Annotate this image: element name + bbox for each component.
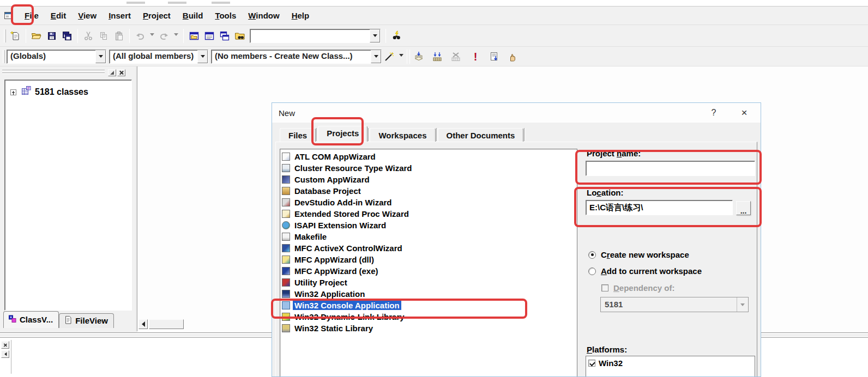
build-icon[interactable] [430,49,445,64]
project-type-mfc-appwizard-dll[interactable]: MFC AppWizard (dll) [280,254,577,265]
menu-project[interactable]: Project [137,7,177,25]
project-type-win32-dynamic-link-library[interactable]: Win32 Dynamic-Link Library [280,311,577,323]
class-combobox[interactable]: (Globals) [7,50,106,64]
project-name-input[interactable] [586,161,755,176]
new-text-file-icon[interactable] [8,28,23,44]
copy-icon[interactable] [96,28,111,44]
project-type-atl-com-appwizard[interactable]: ATL COM AppWizard [280,151,577,162]
dialog-tab-other-documents[interactable]: Other Documents [438,128,524,142]
insert-remove-breakpoint-icon[interactable] [505,49,520,64]
project-type-mfc-appwizard-exe[interactable]: MFC AppWizard (exe) [280,265,577,277]
panel-dock-toggle-button[interactable] [108,69,116,76]
hscroll-left-button[interactable] [138,319,148,329]
checkbox-on-icon[interactable] [588,360,595,367]
dialog-tab-projects[interactable]: Projects [318,126,367,142]
workspace-window-icon[interactable] [186,28,202,44]
dependency-checkbox[interactable]: Dependency of: [601,283,675,293]
dialog-help-button[interactable]: ? [702,103,726,123]
project-name-label: Project name: [587,149,641,158]
members-combobox-dropdown[interactable] [197,50,208,63]
project-type-label: Win32 Static Library [293,324,375,333]
function-combobox-dropdown[interactable] [371,50,381,63]
menu-build[interactable]: Build [177,7,209,25]
menu-edit[interactable]: Edit [45,7,72,25]
tab-classview[interactable]: ClassV... [3,311,59,328]
go-icon[interactable] [486,49,502,64]
project-type-win32-static-library[interactable]: Win32 Static Library [280,323,577,334]
tab-fileview[interactable]: FileView [59,313,114,328]
undo-dropdown-icon[interactable] [150,33,154,38]
tree-expander-plus-icon[interactable] [10,89,16,95]
output-collapse-button[interactable] [1,350,9,358]
hscroll-thumb[interactable] [149,319,184,329]
document-system-icon[interactable] [3,10,14,21]
dialog-tab-files[interactable]: Files [280,128,316,142]
project-type-makefile[interactable]: Makefile [280,231,577,242]
dialog-titlebar[interactable]: New [272,103,761,123]
project-type-extended-stored-proc-wizard[interactable]: Extended Stored Proc Wizard [280,208,577,220]
dialog-close-button[interactable]: × [732,103,756,123]
compile-icon[interactable] [411,49,426,64]
menu-window[interactable]: Window [242,7,285,25]
find-combobox[interactable] [250,29,381,43]
project-type-devstudio-add-in-wizard[interactable]: DevStudio Add-in Wizard [280,197,577,208]
project-type-label: Makefile [293,232,328,241]
project-type-isapi-extension-wizard[interactable]: ISAPI Extension Wizard [280,220,577,231]
output-close-button[interactable] [1,341,9,349]
browse-button[interactable]: ... [736,201,751,215]
project-type-win32-application[interactable]: Win32 Application [280,288,577,300]
menu-file[interactable]: File [19,7,45,25]
project-type-utility-project[interactable]: Utility Project [280,277,577,288]
execute-glyph: ! [474,51,478,62]
platform-win32[interactable]: Win32 [586,356,755,368]
menu-view[interactable]: View [72,7,103,25]
panel-gripper[interactable] [2,70,105,75]
project-type-win32-console-application[interactable]: Win32 Console Application [280,300,577,311]
tree-node-classes-root[interactable]: 5181 classes [10,86,131,99]
platforms-label: Platforms: [587,345,627,354]
search-icon[interactable] [389,28,404,44]
function-combobox[interactable]: (No members - Create New Class...) [211,50,382,64]
members-combobox[interactable]: (All global members) [109,50,208,64]
radio-create-new-workspace[interactable]: Create new workspace [588,250,689,259]
location-input[interactable] [586,200,733,215]
menu-help[interactable]: Help [286,7,316,25]
menu-insert[interactable]: Insert [103,7,137,25]
window-list-icon[interactable] [217,28,232,44]
project-type-mfc-activex-controlwizard[interactable]: MFC ActiveX ControlWizard [280,242,577,254]
save-icon[interactable] [44,28,59,44]
paste-icon[interactable] [111,28,126,44]
execute-program-icon[interactable]: ! [468,49,483,64]
wizard-actions-dropdown-icon[interactable] [399,54,403,59]
radio-add-to-current-workspace[interactable]: Add to current workspace [588,266,702,276]
output-window-icon[interactable] [202,28,217,44]
undo-icon[interactable] [132,28,148,44]
wizard-actions-icon[interactable] [382,49,397,64]
output-gripper[interactable] [11,340,13,374]
menu-tools[interactable]: Tools [209,7,242,25]
win32console-icon [282,301,290,309]
redo-icon[interactable] [156,28,172,44]
menu-bar: FileEditViewInsertProjectBuildToolsWindo… [0,7,868,25]
project-type-cluster-resource-type-wizard[interactable]: Cluster Resource Type Wizard [280,162,577,174]
find-in-files-icon[interactable] [232,28,248,44]
redo-dropdown-icon[interactable] [174,33,178,38]
cut-icon[interactable] [81,28,96,44]
mfcexe-icon [282,267,290,275]
project-type-database-project[interactable]: Database Project [280,185,577,197]
toolbar-gripper[interactable] [4,29,6,42]
project-type-label: Cluster Resource Type Wizard [293,163,413,173]
find-combobox-dropdown[interactable] [370,29,380,42]
class-combobox-dropdown[interactable] [95,50,106,63]
database-icon [282,187,290,195]
open-icon[interactable] [29,28,44,44]
panel-close-button[interactable] [117,69,125,76]
toolbar-gripper[interactable] [3,50,5,63]
save-all-icon[interactable] [59,28,75,44]
devstudio-icon [282,198,290,206]
project-type-custom-appwizard[interactable]: Custom AppWizard [280,174,577,185]
find-combobox-value[interactable] [250,29,370,42]
dialog-tab-workspaces[interactable]: Workspaces [370,128,435,142]
stop-build-icon[interactable] [448,49,463,64]
dependency-combobox[interactable]: 5181 [600,297,749,312]
